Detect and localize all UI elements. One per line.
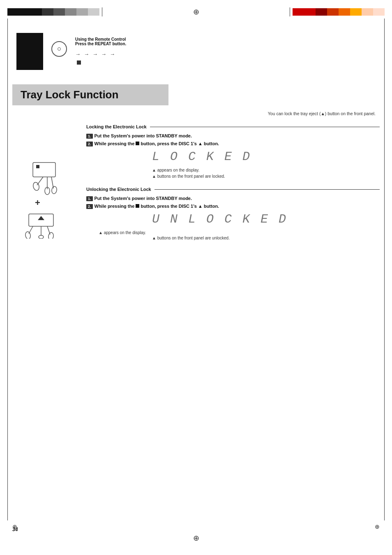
svg-rect-0 <box>33 163 55 177</box>
locked-note1: ▲ appears on the display. <box>152 168 380 172</box>
bottom-left-crosshair: ⊕ <box>12 523 17 530</box>
eject-arrow-note4: ▲ <box>152 236 156 240</box>
svg-point-13 <box>39 235 44 239</box>
unlocked-note2: ▲ buttons on the front panel are unlocke… <box>152 236 380 240</box>
svg-rect-1 <box>36 165 39 168</box>
locking-section-line <box>150 127 380 127</box>
locked-display: L O C K E D <box>152 150 380 164</box>
locking-header-text: Locking the Electronic Lock <box>86 124 147 129</box>
locking-step1-num: 1. <box>86 134 93 139</box>
unlocked-note1: ▲ appears on the display. <box>99 230 380 235</box>
arrow3: → <box>92 51 98 57</box>
stop-icon2 <box>136 204 139 208</box>
eject-sym-note: ▲ <box>321 111 325 116</box>
eject-arrow-note3: ▲ <box>99 230 103 235</box>
locking-step1-text: Put the System's power into STANDBY mode… <box>95 133 192 138</box>
remote-section: Using the Remote Control Press the REPEA… <box>16 33 380 70</box>
unlocking-step-2: 2. While pressing the button, press the … <box>86 204 380 209</box>
bottom-crosshair: ⊕ <box>193 534 199 543</box>
unlocking-section-header: Unlocking the Electronic Lock <box>86 187 380 192</box>
svg-point-11 <box>25 231 31 239</box>
locking-step-1: 1. Put the System's power into STANDBY m… <box>86 133 380 139</box>
locking-step2-num: 2. <box>86 142 93 146</box>
unlocking-section-line <box>154 189 380 190</box>
hand-svg <box>21 160 82 202</box>
locking-step-2: 2. While pressing the button, press the … <box>86 141 380 146</box>
unlocking-step2-num: 2. <box>86 204 93 209</box>
unlocking-step1-num: 1. <box>86 196 93 201</box>
bottom-bar: ⊕ <box>0 534 392 543</box>
unlocking-step1-text: Put the System's power into STANDBY mode… <box>95 196 192 201</box>
page-content: Using the Remote Control Press the REPEA… <box>12 21 380 240</box>
arrow1: → <box>75 51 81 57</box>
locked-note2: ▲ buttons on the front panel are locked. <box>152 174 380 179</box>
top-bar-left <box>7 8 99 16</box>
arrow4: → <box>101 51 106 57</box>
hand-diagram <box>21 160 82 203</box>
remote-text: Using the Remote Control Press the REPEA… <box>75 37 126 65</box>
remote-title-line2: Press the REPEAT button. <box>75 42 126 46</box>
arrow5: → <box>110 51 115 57</box>
svg-point-15 <box>48 232 54 239</box>
tray-lock-section: Tray Lock Function You can lock the tray… <box>12 84 380 116</box>
top-bar: ⊕ <box>0 7 392 16</box>
tray-lock-note: You can lock the tray eject (▲) button o… <box>12 111 380 116</box>
top-crosshair: ⊕ <box>193 7 199 16</box>
right-edge-line <box>384 19 385 520</box>
circle-inner <box>58 47 61 51</box>
eject-arrow-note2: ▲ <box>152 174 156 179</box>
left-edge-line <box>7 19 8 520</box>
top-bar-right <box>293 8 385 16</box>
eject-arrow-note1: ▲ <box>152 168 156 172</box>
arrow2: → <box>84 51 89 57</box>
arrows-row: → → → → → <box>75 51 126 57</box>
small-square-icon <box>77 60 81 65</box>
black-box-icon <box>16 33 43 70</box>
bottom-right-crosshair: ⊕ <box>375 523 380 530</box>
tray-lock-bg: Tray Lock Function <box>12 84 168 105</box>
unlocking-header-text: Unlocking the Electronic Lock <box>86 187 151 192</box>
unlocked-display: U N L O C K E D <box>152 212 380 226</box>
remote-title-line1: Using the Remote Control <box>75 37 126 42</box>
tray-lock-title: Tray Lock Function <box>21 88 118 101</box>
circle-icon <box>51 41 67 57</box>
bottom-hand-diagram <box>21 206 82 240</box>
unlocking-step-1: 1. Put the System's power into STANDBY m… <box>86 196 380 201</box>
svg-marker-9 <box>38 216 44 220</box>
locking-step2-text: While pressing the button, press the DIS… <box>95 141 219 146</box>
unlocking-step2-text: While pressing the button, press the DIS… <box>95 204 219 209</box>
locking-section-header: Locking the Electronic Lock <box>86 124 380 129</box>
svg-point-7 <box>51 186 58 194</box>
stop-icon1 <box>136 142 139 145</box>
instructions-area: Locking the Electronic Lock 1. Put the S… <box>86 124 380 240</box>
bottom-hand-svg <box>21 206 82 239</box>
